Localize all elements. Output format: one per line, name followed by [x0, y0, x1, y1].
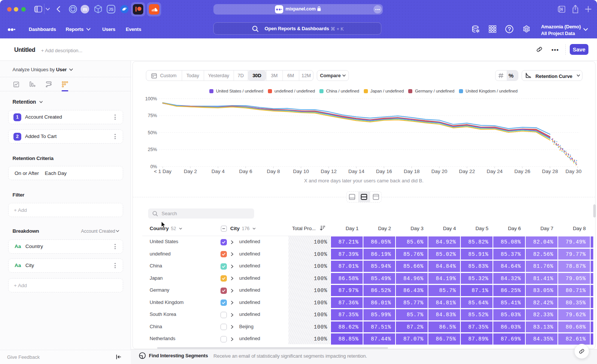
svg-text:Day 4: Day 4 — [212, 169, 225, 174]
svg-text:Day 30: Day 30 — [566, 169, 582, 174]
svg-text:X and more days later your use: X and more days later your users came ba… — [304, 178, 423, 183]
svg-text:75%: 75% — [148, 113, 157, 118]
svg-text:25%: 25% — [148, 147, 157, 152]
svg-text:Day 20: Day 20 — [431, 169, 447, 174]
svg-text:Day 14: Day 14 — [348, 169, 365, 174]
svg-text:Day 10: Day 10 — [293, 169, 309, 174]
svg-text:50%: 50% — [148, 130, 157, 135]
svg-text:Day 22: Day 22 — [459, 169, 475, 174]
svg-text:Day 2: Day 2 — [184, 169, 197, 174]
svg-text:Day 26: Day 26 — [514, 169, 530, 174]
svg-text:Day 18: Day 18 — [404, 169, 420, 174]
svg-text:Day 8: Day 8 — [267, 169, 280, 174]
svg-text:Day 24: Day 24 — [487, 169, 503, 174]
svg-text:100%: 100% — [145, 96, 157, 101]
svg-text:< 1 Day: < 1 Day — [154, 169, 172, 174]
svg-text:Day 28: Day 28 — [542, 169, 558, 174]
svg-text:Day 6: Day 6 — [239, 169, 252, 174]
svg-text:Day 16: Day 16 — [376, 169, 392, 174]
svg-text:Day 12: Day 12 — [321, 169, 337, 174]
